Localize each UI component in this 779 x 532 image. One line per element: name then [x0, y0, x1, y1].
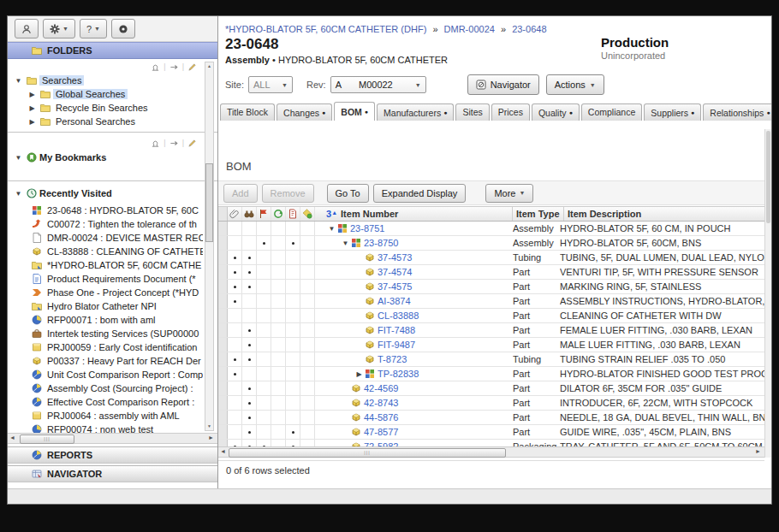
breadcrumb-link[interactable]: *HYDRO-BLATOR 5F, 60CM CATHETER (DHF) — [225, 24, 426, 34]
pin-icon[interactable] — [169, 139, 179, 148]
recent-item[interactable]: RFP00071 : bom with aml — [8, 313, 203, 327]
expand-arrow-icon[interactable]: ▼ — [13, 190, 24, 198]
item-number-link[interactable]: AI-3874 — [378, 296, 411, 306]
help-button[interactable]: ?▼ — [80, 19, 107, 38]
item-description-column-header[interactable]: Item Description — [563, 207, 764, 221]
bom-row[interactable]: CL-83888PartCLEANING OF CATHETER WITH DW — [218, 309, 764, 323]
expand-arrow-icon[interactable]: ▶ — [27, 118, 38, 126]
go-to-button[interactable]: Go To — [327, 184, 369, 203]
navigator-section-header[interactable]: NAVIGATOR — [8, 465, 217, 482]
tab-changes[interactable]: Changes● — [277, 103, 332, 121]
item-number-link[interactable]: TP-82838 — [378, 369, 419, 379]
tree-item[interactable]: ▼Searches — [8, 74, 217, 87]
recent-item[interactable]: CL-83888 : CLEANING OF CATHETE — [8, 245, 203, 258]
expand-arrow-icon[interactable]: ▼ — [326, 225, 337, 233]
recent-item[interactable]: 23-0648 : HYDRO-BLATOR 5F, 60C — [8, 204, 203, 217]
tab-title-block[interactable]: Title Block — [220, 103, 275, 121]
tree-item[interactable]: ▶Recycle Bin Searches — [8, 101, 217, 115]
item-number-link[interactable]: T-8723 — [378, 354, 407, 364]
more-button[interactable]: More ▼ — [485, 184, 533, 203]
pin-icon[interactable] — [169, 62, 179, 72]
bom-row[interactable]: ▼23-8750AssemblyHYDRO-BLATOR 5F, 60CM, B… — [218, 236, 764, 251]
recent-item[interactable]: *HYDRO-BLATOR 5F, 60CM CATHE — [8, 258, 203, 272]
item-type-column-header[interactable]: Item Type — [512, 207, 563, 221]
tree-item[interactable]: ▶Personal Searches — [8, 115, 217, 128]
attachment-column-header[interactable] — [228, 207, 242, 221]
bom-row[interactable]: 42-4569PartDILATOR 6F, 35CM FOR .035" GU… — [218, 381, 764, 396]
item-number-link[interactable]: 23-8751 — [350, 223, 384, 233]
expand-arrow-icon[interactable]: ▶ — [354, 370, 365, 378]
scrollbar-thumb[interactable] — [205, 163, 213, 242]
revision-select[interactable]: A M00022 ▼ — [330, 76, 426, 93]
bom-row[interactable]: FIT-7488PartFEMALE LUER FITTING, .030 BA… — [218, 323, 764, 338]
table-horizontal-scrollbar[interactable]: ◄ ||| ► — [218, 446, 764, 458]
bom-row[interactable]: AI-3874PartASSEMBLY INSTRUCTIONS, HYDRO-… — [218, 294, 764, 309]
remove-button[interactable]: Remove — [262, 184, 314, 203]
bom-row[interactable]: FIT-9487PartMALE LUER FITTING, .030 BARB… — [218, 338, 764, 352]
scroll-right-icon[interactable]: ► — [755, 448, 761, 454]
recent-item[interactable]: C00072 : Tighten the tolerance of th — [8, 217, 203, 231]
user-button[interactable] — [15, 19, 39, 38]
recent-item[interactable]: RFP00074 : non web test — [8, 423, 203, 433]
tab-sites[interactable]: Sites — [455, 103, 489, 121]
bom-row[interactable]: 44-5876PartNEEDLE, 18 GA, DUAL BEVEL, TH… — [218, 411, 764, 425]
recent-item[interactable]: DMR-00024 : DEVICE MASTER REC — [8, 231, 203, 245]
bom-row[interactable]: 37-4573TubingTUBING, 5F, DUAL LUMEN, DUA… — [218, 251, 764, 265]
add-button[interactable]: Add — [223, 184, 258, 203]
recently-visited-header[interactable]: ▼ Recently Visited — [8, 186, 217, 201]
recent-item[interactable]: PRJ00059 : Early Cost identification — [8, 340, 203, 354]
tab-compliance[interactable]: Compliance — [581, 103, 642, 121]
my-bookmarks-item[interactable]: ▼ My Bookmarks — [8, 150, 217, 165]
recent-item[interactable]: Assembly Cost (Sourcing Project) : — [8, 381, 203, 395]
tree-vertical-scrollbar[interactable]: ▲ ▼ — [205, 62, 214, 431]
recent-item[interactable]: Effective Cost Comparison Report : — [8, 395, 203, 409]
content-vertical-scrollbar[interactable] — [764, 129, 771, 458]
expand-arrow-icon[interactable]: ▶ — [27, 104, 38, 112]
scroll-left-icon[interactable]: ◄ — [220, 448, 226, 454]
scroll-right-icon[interactable]: ► — [208, 434, 214, 440]
item-number-link[interactable]: 37-4573 — [378, 252, 412, 263]
actions-button[interactable]: Actions ▼ — [546, 74, 604, 95]
item-number-link[interactable]: 37-4575 — [378, 281, 412, 292]
expanded-display-button[interactable]: Expanded Display — [373, 184, 467, 203]
tab-quality[interactable]: Quality● — [532, 103, 580, 121]
navigator-button[interactable]: Navigator — [467, 74, 539, 95]
breadcrumb-link[interactable]: 23-0648 — [512, 24, 546, 34]
bom-row[interactable]: 47-8577PartGUIDE WIRE, .035", 45CM, PLAI… — [218, 425, 764, 440]
bom-row[interactable]: 42-8743PartINTRODUCER, 6F, 22CM, WITH ST… — [218, 396, 764, 411]
pencil-icon[interactable] — [187, 62, 197, 72]
recent-item[interactable]: P00337 : Heavy Part for REACH Der — [8, 354, 203, 368]
item-number-link[interactable]: 44-5876 — [364, 412, 398, 423]
expand-arrow-icon[interactable]: ▼ — [13, 154, 24, 162]
expand-arrow-icon[interactable]: ▼ — [13, 77, 24, 85]
scroll-down-icon[interactable]: ▼ — [205, 423, 213, 430]
sourcing-column-header[interactable] — [271, 207, 286, 221]
stamp-icon[interactable] — [151, 139, 160, 148]
site-select[interactable]: ALL ▼ — [248, 76, 293, 93]
bom-row[interactable]: ▼23-8751AssemblyHYDRO-BLATOR 5F, 60 CM, … — [218, 222, 764, 236]
watch-column-header[interactable] — [242, 207, 257, 221]
tab-relationships[interactable]: Relationships● — [703, 103, 771, 121]
folders-section-header[interactable]: FOLDERS — [8, 42, 217, 59]
tag-column-header[interactable] — [300, 207, 315, 221]
item-number-link[interactable]: 23-8750 — [364, 238, 398, 248]
bom-row[interactable]: 72-5982PackagingTRAY, CATHETER, 5F AND 6… — [218, 440, 764, 446]
target-button[interactable] — [111, 19, 135, 38]
pencil-icon[interactable] — [187, 139, 197, 148]
bom-row[interactable]: 37-4575PartMARKING RING, 5F, STAINLESS — [218, 280, 764, 294]
scrollbar-thumb[interactable] — [766, 131, 770, 223]
issue-column-header[interactable] — [286, 207, 300, 221]
tab-suppliers[interactable]: Suppliers● — [644, 103, 701, 121]
item-number-link[interactable]: FIT-7488 — [378, 325, 415, 335]
recent-item[interactable]: Product Requirements Document (* — [8, 272, 203, 286]
item-number-link[interactable]: FIT-9487 — [378, 340, 415, 350]
scrollbar-thumb[interactable]: ||| — [229, 448, 506, 458]
item-number-link[interactable]: 42-4569 — [364, 383, 398, 393]
tab-manufacturers[interactable]: Manufacturers● — [377, 103, 454, 121]
scroll-left-icon[interactable]: ◄ — [9, 434, 15, 440]
bom-row[interactable]: 37-4574PartVENTURI TIP, 5F, WITH PRESSUR… — [218, 265, 764, 280]
scrollbar-thumb[interactable]: ||| — [20, 434, 74, 444]
sidebar-horizontal-scrollbar[interactable]: ◄ ||| ► — [8, 433, 217, 444]
item-number-column-header[interactable]: 3▲ Item Number — [315, 209, 512, 219]
recent-item[interactable]: Hydro Blator Catheter NPI — [8, 299, 203, 313]
